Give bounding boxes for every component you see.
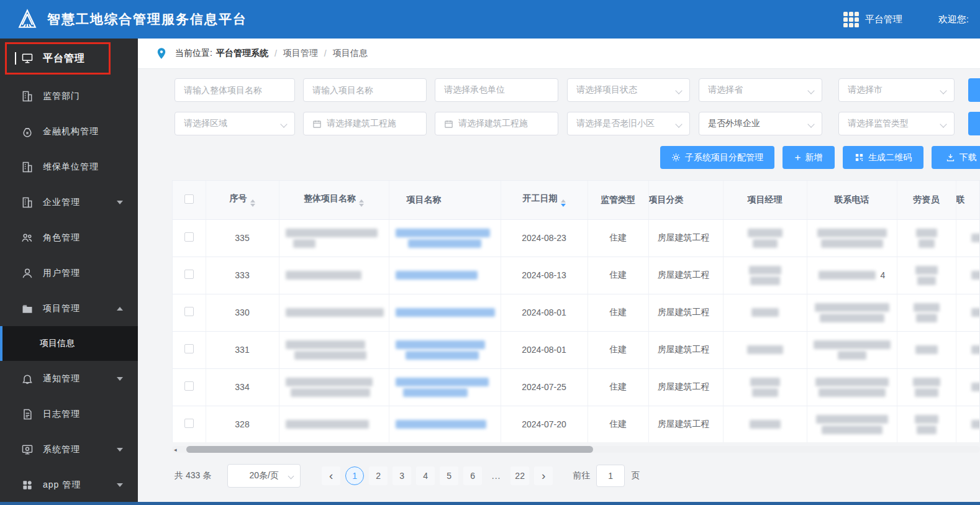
area-select[interactable]: 请选择区域 xyxy=(175,112,295,135)
project-category-cell: 房屋建筑工程 xyxy=(648,331,723,368)
table-row: 335 2024-08-23 住建 房屋建筑工程 xyxy=(173,219,980,257)
redacted-partial xyxy=(956,257,980,294)
column-header-project-name: 项目名称 xyxy=(389,181,501,219)
sidebar-item-supervision-department[interactable]: 监管部门 xyxy=(0,78,138,114)
user-icon xyxy=(21,267,34,280)
breadcrumb-project-info: 项目信息 xyxy=(333,48,368,59)
construction-start-date-picker[interactable]: 请选择建筑工程施 xyxy=(303,112,427,135)
chevron-down-icon xyxy=(117,201,123,204)
contractor-select[interactable]: 请选择承包单位 xyxy=(435,78,558,102)
sidebar-item-label: 日志管理 xyxy=(43,409,80,420)
city-select[interactable]: 请选择市 xyxy=(838,78,955,102)
welcome-text: 欢迎您: xyxy=(938,14,969,25)
seq-cell: 334 xyxy=(206,368,279,406)
row-checkbox[interactable] xyxy=(184,381,194,391)
reset-button-partial[interactable] xyxy=(968,112,980,135)
scrollbar-thumb[interactable] xyxy=(186,446,593,453)
download-icon xyxy=(946,153,955,162)
column-header-labor-officer: 劳资员 xyxy=(897,181,956,219)
select-all-checkbox[interactable] xyxy=(184,194,194,204)
chevron-down-icon xyxy=(940,121,946,127)
search-button-partial[interactable] xyxy=(968,78,980,102)
page-button[interactable]: 5 xyxy=(440,466,458,485)
column-header-seq[interactable]: 序号 xyxy=(206,181,279,219)
active-indicator-bar xyxy=(0,326,2,361)
projects-table-container: 序号 整体项目名称 项目名称 开工日期 监管类型 项目分类 项目经理 联系电话 … xyxy=(172,180,980,442)
project-status-select[interactable]: 请选择项目状态 xyxy=(567,78,690,102)
redacted-labor xyxy=(897,257,956,294)
seq-cell: 331 xyxy=(206,331,279,368)
breadcrumb-project-management: 项目管理 xyxy=(283,48,318,59)
old-community-select[interactable]: 请选择是否老旧小区 xyxy=(567,112,690,135)
page-button-current[interactable]: 1 xyxy=(345,466,364,485)
project-name-link[interactable] xyxy=(389,406,501,442)
redacted-phone: 4 xyxy=(807,257,897,294)
row-checkbox[interactable] xyxy=(184,307,194,316)
prev-page-button[interactable]: ‹ xyxy=(322,466,340,485)
sidebar-item-maintenance-unit[interactable]: 维保单位管理 xyxy=(0,149,138,184)
page-size-select[interactable]: 20条/页 xyxy=(227,464,301,488)
redacted-phone xyxy=(807,368,897,406)
sidebar-item-app-management[interactable]: app 管理 xyxy=(0,467,138,503)
column-header-partial: 联 xyxy=(956,181,980,219)
sidebar-item-financial-institution[interactable]: 金融机构管理 xyxy=(0,114,138,149)
log-icon xyxy=(21,408,34,421)
add-button[interactable]: +新增 xyxy=(783,146,835,169)
chevron-up-icon xyxy=(117,307,123,311)
sidebar-item-log-management[interactable]: 日志管理 xyxy=(0,396,138,432)
roles-icon xyxy=(21,232,34,244)
row-checkbox[interactable] xyxy=(184,232,194,242)
horizontal-scrollbar[interactable]: ◂ xyxy=(172,446,980,453)
redacted-partial xyxy=(956,368,980,406)
subsystem-assign-button[interactable]: 子系统项目分配管理 xyxy=(660,146,774,169)
page-button[interactable]: 2 xyxy=(369,466,388,485)
sidebar-item-notification-management[interactable]: 通知管理 xyxy=(0,361,138,396)
project-name-link[interactable] xyxy=(389,219,501,257)
apps-grid-icon[interactable] xyxy=(843,12,859,27)
sidebar-subitem-project-info[interactable]: 项目信息 xyxy=(0,326,138,361)
breadcrumb: 当前位置: 平台管理系统 / 项目管理 / 项目信息 xyxy=(138,39,980,69)
next-page-button[interactable]: › xyxy=(534,466,553,485)
page-button[interactable]: 4 xyxy=(416,466,435,485)
sidebar-item-system-management[interactable]: 系统管理 xyxy=(0,432,138,467)
project-name-link[interactable] xyxy=(389,294,501,331)
overall-project-name-input[interactable] xyxy=(175,78,295,102)
sidebar-item-platform-management[interactable]: 平台管理 xyxy=(0,39,138,78)
construction-end-date-picker[interactable]: 请选择建筑工程施 xyxy=(435,112,558,135)
column-header-start-date[interactable]: 开工日期 xyxy=(501,181,588,219)
project-name-link[interactable] xyxy=(389,257,501,294)
redacted-overall-name xyxy=(279,294,389,331)
generate-qrcode-button[interactable]: 生成二维码 xyxy=(843,146,923,169)
page-button[interactable]: 22 xyxy=(510,466,529,485)
province-select[interactable]: 请选择省 xyxy=(699,78,822,102)
sidebar-item-project-management[interactable]: 项目管理 xyxy=(0,291,138,326)
foreign-enterprise-select[interactable]: 是否外埠企业 xyxy=(699,112,822,135)
scroll-left-arrow-icon[interactable]: ◂ xyxy=(174,447,177,453)
plus-icon: + xyxy=(795,152,801,164)
redacted-labor xyxy=(897,368,956,406)
project-name-input[interactable] xyxy=(303,78,427,102)
goto-page-input[interactable] xyxy=(596,465,625,487)
row-checkbox[interactable] xyxy=(184,344,194,353)
project-name-link[interactable] xyxy=(389,368,501,406)
projects-table: 序号 整体项目名称 项目名称 开工日期 监管类型 项目分类 项目经理 联系电话 … xyxy=(173,181,980,442)
more-pages-button[interactable]: ... xyxy=(487,466,506,485)
sidebar-item-user-management[interactable]: 用户管理 xyxy=(0,255,138,291)
topnav-platform-management[interactable]: 平台管理 xyxy=(865,14,902,25)
sidebar-item-label: 角色管理 xyxy=(43,232,80,243)
app-title: 智慧工地综合管理服务信息平台 xyxy=(47,11,247,28)
project-name-link[interactable] xyxy=(389,331,501,368)
download-button[interactable]: 下载 xyxy=(932,146,980,169)
supervision-type-select[interactable]: 请选择监管类型 xyxy=(838,112,955,135)
page-button[interactable]: 6 xyxy=(463,466,482,485)
page-button[interactable]: 3 xyxy=(392,466,411,485)
chevron-down-icon xyxy=(675,87,682,94)
sidebar-item-role-management[interactable]: 角色管理 xyxy=(0,220,138,255)
column-header-overall-project-name[interactable]: 整体项目名称 xyxy=(279,181,389,219)
row-checkbox[interactable] xyxy=(184,270,194,279)
project-category-cell: 房屋建筑工程 xyxy=(648,294,723,331)
sort-icon-active xyxy=(561,199,566,207)
sidebar-item-enterprise-management[interactable]: 企业管理 xyxy=(0,184,138,220)
calendar-icon xyxy=(444,119,453,129)
row-checkbox[interactable] xyxy=(184,419,194,428)
